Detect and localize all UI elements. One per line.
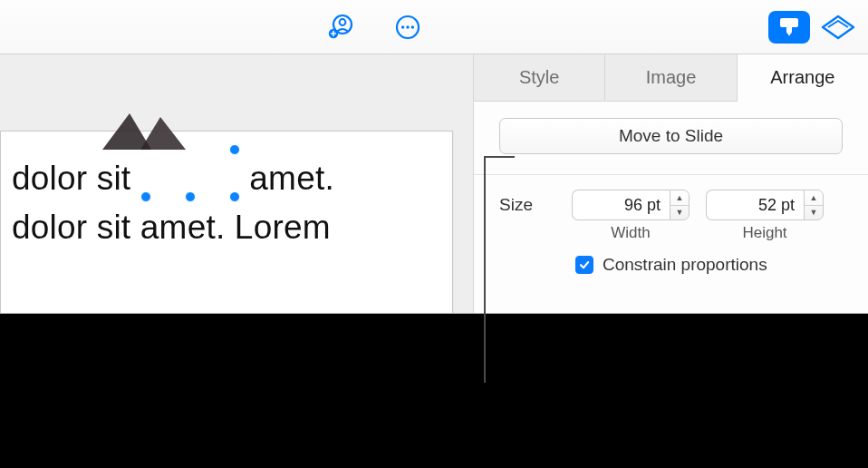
height-step-down[interactable]: ▼ bbox=[805, 206, 823, 220]
inspector-tabs: Style Image Arrange bbox=[474, 54, 868, 102]
size-label: Size bbox=[499, 190, 546, 215]
tab-arrange[interactable]: Arrange bbox=[738, 54, 868, 102]
slide[interactable]: dolor sit amet. dolor sit amet. Lorem bbox=[0, 131, 453, 313]
resize-handle-bottom-right[interactable] bbox=[229, 191, 240, 202]
text-after: amet. bbox=[249, 160, 334, 197]
divider bbox=[474, 174, 868, 175]
move-to-slide-button[interactable]: Move to Slide bbox=[499, 118, 843, 154]
height-input[interactable] bbox=[706, 190, 804, 220]
format-inspector-button[interactable] bbox=[768, 11, 810, 44]
toolbar bbox=[0, 0, 868, 54]
resize-handle-bottom-left[interactable] bbox=[140, 191, 151, 202]
width-stepper: ▲ ▼ bbox=[572, 190, 690, 220]
canvas-area[interactable]: dolor sit amet. dolor sit amet. Lorem bbox=[0, 54, 473, 313]
inline-image[interactable] bbox=[146, 150, 235, 197]
constrain-label: Constrain proportions bbox=[603, 255, 767, 275]
constrain-checkbox[interactable] bbox=[575, 256, 593, 274]
format-brush-icon bbox=[776, 15, 802, 39]
tab-image[interactable]: Image bbox=[605, 54, 737, 101]
svg-point-1 bbox=[340, 19, 346, 25]
animate-inspector-button[interactable] bbox=[819, 9, 857, 45]
collaborate-icon bbox=[327, 14, 358, 41]
text-line2: dolor sit amet. Lorem bbox=[12, 209, 331, 246]
animate-diamond-icon bbox=[819, 14, 857, 41]
width-step-up[interactable]: ▲ bbox=[670, 190, 689, 206]
resize-handle-bottom-mid[interactable] bbox=[185, 191, 196, 202]
resize-handle-top-right[interactable] bbox=[229, 144, 240, 155]
svg-point-4 bbox=[401, 25, 404, 28]
text-before: dolor sit bbox=[12, 160, 130, 197]
svg-point-5 bbox=[406, 25, 409, 28]
width-step-down[interactable]: ▼ bbox=[670, 206, 689, 220]
width-input[interactable] bbox=[572, 190, 670, 220]
slide-text[interactable]: dolor sit amet. dolor sit amet. Lorem bbox=[12, 150, 334, 251]
tab-style[interactable]: Style bbox=[474, 54, 605, 101]
more-button[interactable] bbox=[390, 9, 426, 45]
arrange-panel: Move to Slide Size ▲ ▼ bbox=[474, 102, 868, 313]
svg-point-6 bbox=[411, 25, 414, 28]
height-label: Height bbox=[742, 224, 786, 242]
height-stepper: ▲ ▼ bbox=[706, 190, 824, 220]
width-label: Width bbox=[611, 224, 650, 242]
inspector-panel: Style Image Arrange Move to Slide Size ▲ bbox=[473, 54, 868, 313]
more-icon bbox=[394, 14, 421, 41]
collaborate-button[interactable] bbox=[324, 9, 361, 45]
check-icon bbox=[578, 258, 591, 271]
height-step-up[interactable]: ▲ bbox=[805, 190, 823, 206]
callout-line bbox=[484, 156, 486, 383]
